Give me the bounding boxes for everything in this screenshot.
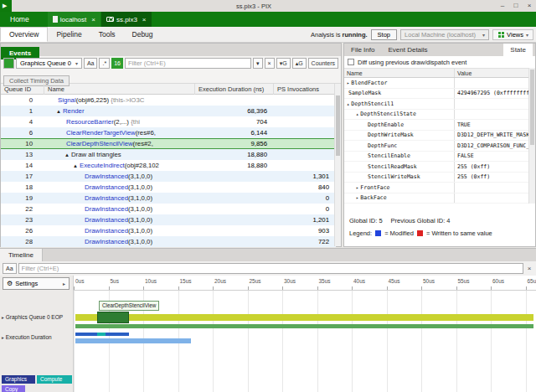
state-row[interactable]: DepthEnable TRUE — [344, 120, 535, 131]
timeline-filter-row: Aa × — [0, 261, 536, 276]
cell-queue-id: 6 — [1, 129, 44, 137]
doc-tab-capture[interactable]: ss.pix3 × — [101, 12, 152, 27]
minimize-button[interactable]: – — [496, 0, 509, 12]
table-row[interactable]: 26 DrawInstanced(3,1,0,0) 903 — [1, 225, 336, 236]
ruler-tick-label: 50us — [423, 278, 435, 284]
state-legend: Legend: = Modified = Written to same val… — [349, 230, 492, 237]
tab-debug[interactable]: Debug — [124, 27, 162, 42]
table-row[interactable]: 19 DrawInstanced(3,1,0,0) 0 — [1, 193, 336, 204]
state-row[interactable]: StencilEnable FALSE — [344, 152, 535, 162]
state-row[interactable]: DepthFunc D3D12_COMPARISON_FUNC_ — [344, 141, 535, 152]
ruler-tick-label: 0us — [75, 278, 84, 284]
timeline-track-area[interactable]: ClearDepthStencilView — [74, 291, 536, 392]
cell-ps: 0 — [274, 205, 336, 213]
expand-icon[interactable]: ▲ — [73, 163, 78, 168]
collapse-icon[interactable]: ▸ — [356, 195, 358, 200]
ribbon: Home localhost × ss.pix3 × — [0, 12, 536, 27]
state-row[interactable]: ▴DepthStencilState — [344, 110, 535, 121]
track-label-exec-duration[interactable]: ▸ Execution Duration — [2, 334, 52, 340]
expand-icon[interactable]: ▲ — [56, 109, 61, 114]
table-row[interactable]: 28 DrawInstanced(3,1,0,0) 722 — [1, 236, 336, 247]
tab-event-details[interactable]: Event Details — [381, 44, 434, 56]
state-row[interactable]: ▸FrontFace — [344, 183, 535, 193]
cell-queue-id: 14 — [1, 162, 44, 169]
cell-queue-id: 23 — [1, 216, 44, 224]
table-row[interactable]: 13 ▲Draw all triangles 18,880 — [1, 149, 336, 160]
table-row[interactable]: 18 DrawInstanced(3,1,0,0) 840 — [1, 182, 336, 193]
track-label-eop[interactable]: ▸ Graphics Queue 0 EOP — [2, 314, 63, 320]
clear-filter-button[interactable]: × — [265, 58, 275, 69]
tab-timeline[interactable]: Timeline — [0, 249, 43, 261]
table-row[interactable]: 22 DrawInstanced(3,1,0,0) 0 — [1, 204, 336, 214]
timeline-settings-button[interactable]: Settings ▸ — [3, 277, 70, 290]
events-table-header: Queue ID Name Execution Duration (ns) PS… — [1, 84, 336, 95]
table-row[interactable]: 4 ResourceBarrier(2,...) {thi 704 — [1, 116, 336, 127]
state-row[interactable]: SampleMask 4294967295 (0xffffffff) — [344, 89, 535, 100]
exec-duration-bar-2[interactable] — [75, 338, 191, 343]
filter-dropdown-button[interactable]: ▾ — [253, 58, 263, 69]
tab-file-info[interactable]: File Info — [344, 44, 381, 56]
state-scrollbar-thumb[interactable] — [530, 70, 534, 145]
expand-icon[interactable]: ▸ — [2, 315, 4, 320]
collapse-icon[interactable]: ▸ — [347, 80, 349, 85]
timeline-bar-eop[interactable] — [75, 314, 533, 321]
state-row[interactable]: ▴DepthStencil1 — [344, 99, 535, 110]
table-row[interactable]: 0 Signal(obj#6,225) {this->IO3C — [1, 95, 336, 106]
regex-button[interactable]: .* — [99, 58, 110, 69]
state-row[interactable]: StencilWriteMask 255 (0xff) — [344, 173, 535, 183]
state-scrollbar[interactable] — [528, 68, 535, 204]
timeline-bar-selected-event[interactable] — [97, 312, 129, 323]
events-scrollbar-thumb[interactable] — [336, 95, 340, 156]
table-row[interactable]: 17 DrawInstanced(3,1,0,0) 1,301 — [1, 171, 336, 182]
home-menu[interactable]: Home — [0, 12, 39, 27]
queue-selector-dropdown[interactable]: Graphics Queue 0 ▾ — [16, 58, 82, 69]
cell-name: ResourceBarrier(2,...) {thi — [44, 118, 195, 126]
collapse-icon[interactable]: ▸ — [356, 185, 358, 190]
match-case-button[interactable]: Aa — [3, 263, 17, 274]
exec-duration-compute-segment[interactable] — [97, 333, 106, 336]
timeline-filter-input[interactable] — [18, 263, 523, 274]
match-case-button[interactable]: Aa — [84, 58, 98, 69]
table-row[interactable]: 14 ▲ExecuteIndirect(obj#28,102 18,880 — [1, 160, 336, 171]
cell-duration: 68,396 — [195, 107, 274, 115]
tab-overview[interactable]: Overview — [0, 27, 48, 42]
goto-prev-button[interactable]: ▴G — [292, 58, 307, 69]
table-row[interactable]: 23 DrawInstanced(3,1,0,0) 1,201 — [1, 214, 336, 225]
machine-dropdown[interactable]: Local Machine (localhost) ▾ — [400, 29, 489, 40]
events-scrollbar[interactable] — [334, 84, 341, 246]
modified-color-swatch — [375, 230, 381, 236]
tab-tools[interactable]: Tools — [90, 27, 124, 42]
tab-state[interactable]: State — [503, 44, 533, 56]
timeline-bar-eop-secondary[interactable] — [75, 324, 533, 328]
table-row[interactable]: 1 ▲Render 68,396 — [1, 106, 336, 116]
cell-queue-id: 22 — [1, 205, 44, 213]
close-tab-icon[interactable]: × — [91, 16, 95, 23]
close-tab-icon[interactable]: × — [142, 16, 147, 23]
queue-icon-button[interactable] — [3, 58, 14, 69]
views-button[interactable]: Views ▾ — [492, 29, 533, 40]
expand-icon[interactable]: ▲ — [64, 152, 70, 157]
diff-checkbox[interactable] — [348, 59, 354, 65]
legend-compute: Compute — [37, 375, 72, 384]
maximize-button[interactable]: □ — [509, 0, 523, 12]
state-row[interactable]: ▸BackFace — [344, 193, 535, 204]
events-filter-input[interactable] — [125, 58, 251, 69]
expand-icon[interactable]: ▸ — [2, 335, 4, 340]
state-row[interactable]: DepthWriteMask D3D12_DEPTH_WRITE_MASK_ — [344, 131, 535, 142]
table-row-selected[interactable]: 10 ClearDepthStencilView(res#2, 9,856 — [1, 138, 336, 149]
clear-filter-button[interactable]: × — [525, 265, 533, 272]
doc-tab-localhost[interactable]: localhost × — [48, 12, 100, 27]
state-row[interactable]: StencilReadMask 255 (0xff) — [344, 162, 535, 173]
close-button[interactable]: × — [523, 0, 536, 12]
counters-button[interactable]: Counters — [308, 58, 338, 69]
expand-icon[interactable]: ▴ — [356, 111, 358, 116]
state-row[interactable]: ▸BlendFactor — [344, 78, 535, 89]
stop-button[interactable]: Stop — [371, 29, 397, 40]
table-row[interactable]: 6 ClearRenderTargetView(res#6, 6,144 — [1, 127, 336, 138]
events-toolbar: Graphics Queue 0 ▾ Aa .* 16 ▾ × ▾G ▴G Co… — [1, 56, 341, 70]
expand-icon[interactable]: ▴ — [347, 101, 349, 106]
doc-tab-label: ss.pix3 — [116, 16, 137, 23]
tab-pipeline[interactable]: Pipeline — [48, 27, 90, 42]
goto-next-button[interactable]: ▾G — [276, 58, 291, 69]
cell-duration: 6,144 — [195, 129, 274, 137]
